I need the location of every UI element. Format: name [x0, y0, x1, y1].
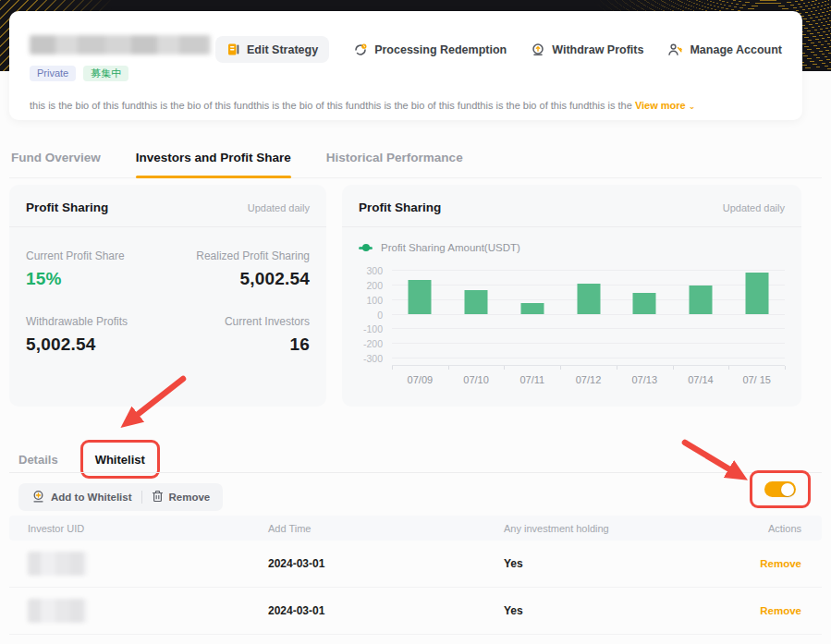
row-remove-link[interactable]: Remove: [760, 558, 801, 569]
col-header-investor-uid: Investor UID: [9, 523, 268, 534]
tab-historical-performance[interactable]: Historical Performance: [326, 151, 463, 177]
bar-chart: 3002001000-100-200-300 07/0907/1007/1107…: [392, 270, 785, 385]
chart-bar: [409, 280, 432, 313]
chart-bar: [465, 290, 488, 313]
table-header-row: Investor UID Add Time Any investment hol…: [9, 516, 822, 541]
chart-card-title: Profit Sharing: [359, 200, 441, 214]
tab-whitelist[interactable]: Whitelist: [95, 453, 145, 467]
whitelist-button-group: Add to Whitelist Remove: [18, 483, 223, 511]
fund-bio: this is the bio of this fundthis is the …: [30, 100, 782, 111]
edit-strategy-button[interactable]: Edit Strategy: [215, 36, 329, 63]
chart-x-axis: [392, 365, 785, 369]
chart-x-tick-label: 07/13: [617, 374, 673, 385]
chart-bar: [745, 273, 768, 313]
processing-redemption-label: Processing Redemption: [374, 43, 507, 56]
chart-gridline: -300: [392, 358, 785, 358]
stat-label: Current Investors: [173, 315, 311, 328]
chart-bar: [577, 284, 600, 313]
fund-header-card: Private 募集中 Edit Strategy Processing Red…: [9, 11, 802, 120]
trash-icon: [152, 490, 164, 504]
stat-value: 5,002.54: [173, 269, 311, 289]
arrow-to-toggle: [685, 443, 731, 470]
remove-button-label: Remove: [169, 492, 211, 503]
chart-bar: [633, 293, 656, 313]
stat-current-investors: Current Investors 16: [173, 315, 311, 355]
main-tabs: Fund Overview Investors and Profit Share…: [9, 151, 822, 178]
fund-name-redacted: [30, 35, 211, 55]
add-to-whitelist-button[interactable]: Add to Whitelist: [22, 483, 141, 511]
processing-redemption-button[interactable]: Processing Redemption: [353, 43, 507, 57]
manage-account-button[interactable]: Manage Account: [667, 43, 782, 57]
remove-button[interactable]: Remove: [142, 483, 220, 511]
cell-holding: Yes: [504, 557, 746, 570]
chart-y-tick-label: 100: [366, 295, 383, 306]
chart-x-labels: 07/0907/1007/1107/1207/1307/1407/ 15: [392, 374, 785, 385]
tab-fund-overview[interactable]: Fund Overview: [11, 151, 101, 177]
withdraw-profits-label: Withdraw Profits: [552, 43, 643, 56]
view-more-link[interactable]: View more ⌄: [635, 100, 695, 111]
chart-x-tick-label: 07/10: [448, 374, 505, 385]
withdraw-profits-icon: [531, 43, 545, 57]
chart-x-tick-label: 07/11: [504, 374, 560, 385]
stats-card-updated-daily: Updated daily: [248, 202, 310, 213]
legend-label: Profit Sharing Amount(USDT): [381, 242, 520, 253]
manage-account-icon: [667, 43, 683, 57]
chart-y-tick-label: 200: [366, 280, 383, 291]
private-badge: Private: [30, 66, 76, 81]
cell-add-time: 2024-03-01: [268, 604, 504, 617]
chart-y-tick-label: 0: [377, 310, 383, 321]
chevron-down-icon: ⌄: [689, 102, 696, 111]
col-header-investment-holding: Any investment holding: [504, 523, 746, 534]
section-divider: [9, 472, 822, 473]
whitelist-toggle[interactable]: [764, 481, 796, 497]
chart-y-tick-label: -200: [363, 338, 383, 349]
tab-investors-profit-share[interactable]: Investors and Profit Share: [136, 151, 291, 177]
manage-account-label: Manage Account: [690, 43, 782, 56]
cell-add-time: 2024-03-01: [268, 557, 504, 570]
edit-strategy-label: Edit Strategy: [247, 43, 318, 56]
stat-value: 15%: [26, 269, 164, 289]
profit-sharing-stats-card: Profit Sharing Updated daily Current Pro…: [9, 185, 326, 407]
chart-x-tick-label: 07/12: [560, 374, 617, 385]
processing-redemption-icon: [353, 43, 368, 57]
whitelist-table: Investor UID Add Time Any investment hol…: [9, 516, 822, 635]
legend-line-dot-icon: [359, 247, 373, 249]
whitelist-toolbar: Add to Whitelist Remove: [18, 481, 822, 513]
investor-uid-redacted: [28, 552, 87, 576]
chart-x-tick-label: 07/ 15: [728, 374, 785, 385]
add-to-whitelist-icon: [31, 490, 45, 505]
chart-bar: [689, 286, 712, 314]
add-to-whitelist-label: Add to Whitelist: [51, 492, 132, 503]
chart-bar: [520, 303, 544, 313]
tab-details[interactable]: Details: [18, 453, 58, 467]
stat-label: Current Profit Share: [26, 249, 164, 262]
page: Private 募集中 Edit Strategy Processing Red…: [0, 0, 831, 644]
stat-label: Withdrawable Profits: [26, 315, 164, 328]
chart-y-tick-label: -100: [363, 323, 383, 334]
fund-bio-text: this is the bio of this fundthis is the …: [30, 100, 635, 111]
col-header-add-time: Add Time: [268, 523, 504, 534]
profit-sharing-chart-card: Profit Sharing Updated daily Profit Shar…: [342, 185, 801, 407]
col-header-actions: Actions: [746, 523, 822, 534]
header-action-buttons: Edit Strategy Processing Redemption With…: [215, 36, 782, 63]
withdraw-profits-button[interactable]: Withdraw Profits: [531, 43, 643, 57]
recruiting-badge: 募集中: [83, 66, 128, 81]
table-row: 2024-03-01 Yes Remove: [9, 588, 822, 635]
chart-y-tick-label: 300: [366, 265, 383, 276]
stat-current-profit-share: Current Profit Share 15%: [26, 249, 164, 289]
stat-realized-profit-sharing: Realized Profit Sharing 5,002.54: [173, 249, 311, 289]
cell-holding: Yes: [504, 604, 746, 617]
summary-cards-row: Profit Sharing Updated daily Current Pro…: [9, 185, 801, 407]
edit-strategy-icon: [226, 43, 240, 56]
stat-label: Realized Profit Sharing: [173, 249, 311, 262]
chart-x-tick-label: 07/14: [673, 374, 729, 385]
chart-x-tick-label: 07/09: [392, 374, 448, 385]
chart-y-tick-label: -300: [363, 353, 383, 364]
stat-value: 5,002.54: [26, 334, 164, 355]
stat-value: 16: [173, 334, 311, 355]
toggle-knob: [781, 483, 794, 496]
stats-card-title: Profit Sharing: [26, 200, 108, 214]
chart-legend: Profit Sharing Amount(USDT): [342, 227, 801, 257]
row-remove-link[interactable]: Remove: [760, 605, 801, 616]
investor-uid-redacted: [28, 599, 87, 623]
